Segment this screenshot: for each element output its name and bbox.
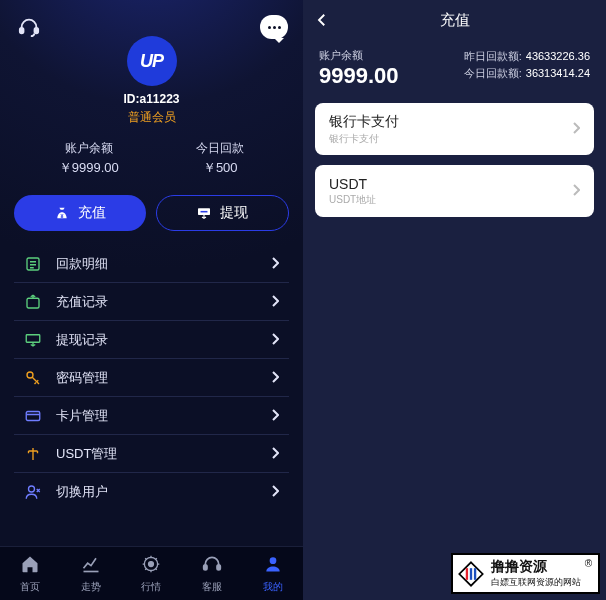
menu-item[interactable]: 充值记录 <box>14 283 289 321</box>
watermark-logo-icon <box>457 560 485 588</box>
svg-point-12 <box>149 561 154 566</box>
svg-point-8 <box>27 372 33 378</box>
chevron-left-icon <box>313 11 331 29</box>
svg-rect-7 <box>26 334 40 342</box>
profile-header: UP ID:a11223 普通会员 <box>0 36 303 126</box>
menu-item-icon <box>24 369 42 387</box>
menu-item-icon <box>24 331 42 349</box>
tab-icon <box>20 554 40 578</box>
svg-rect-1 <box>35 28 39 33</box>
watermark: 撸撸资源 白嫖互联网资源的网站 ® <box>451 553 600 594</box>
avatar: UP <box>127 36 177 86</box>
watermark-title: 撸撸资源 <box>491 558 581 576</box>
balance-value: ￥9999.00 <box>59 159 119 177</box>
tab-icon <box>141 554 161 578</box>
profile-screen: UP ID:a11223 普通会员 账户余额 ￥9999.00 今日回款 ￥50… <box>0 0 303 600</box>
tab-4[interactable]: 我的 <box>242 547 303 600</box>
chevron-right-icon <box>572 120 580 138</box>
svg-text:¥: ¥ <box>60 213 63 219</box>
tab-label: 行情 <box>141 580 161 594</box>
tab-bar: 首页走势行情客服我的 <box>0 546 303 600</box>
user-id: ID:a11223 <box>0 92 303 106</box>
menu-item-label: USDT管理 <box>56 445 271 463</box>
chevron-right-icon <box>572 182 580 200</box>
chevron-right-icon <box>271 445 279 463</box>
page-header: 充值 <box>303 0 606 40</box>
balance-label: 账户余额 <box>319 48 399 63</box>
payment-option[interactable]: 银行卡支付银行卡支付 <box>315 103 594 155</box>
menu-item[interactable]: 卡片管理 <box>14 397 289 435</box>
balance-row: 账户余额 ￥9999.00 今日回款 ￥500 <box>0 140 303 177</box>
menu-item-label: 回款明细 <box>56 255 271 273</box>
menu-item-icon <box>24 445 42 463</box>
svg-rect-17 <box>465 568 467 580</box>
menu-item-icon <box>24 407 42 425</box>
payment-options: 银行卡支付银行卡支付USDTUSDT地址 <box>303 103 606 217</box>
page-title: 充值 <box>440 11 470 30</box>
tab-icon <box>81 554 101 578</box>
recharge-label: 充值 <box>78 204 106 222</box>
chevron-right-icon <box>271 255 279 273</box>
menu-item-label: 卡片管理 <box>56 407 271 425</box>
svg-rect-0 <box>20 28 24 33</box>
recharge-screen: 充值 账户余额 9999.00 昨日回款额:43633226.36 今日回款额:… <box>303 0 606 600</box>
menu-item[interactable]: 密码管理 <box>14 359 289 397</box>
watermark-subtitle: 白嫖互联网资源的网站 <box>491 576 581 589</box>
svg-rect-14 <box>217 564 220 569</box>
menu-item-label: 提现记录 <box>56 331 271 349</box>
today-return-value: 36313414.24 <box>526 67 590 79</box>
svg-rect-4 <box>200 210 208 213</box>
payment-option[interactable]: USDTUSDT地址 <box>315 165 594 217</box>
recharge-button[interactable]: ¥ 充值 <box>14 195 146 231</box>
today-return-label: 今日回款 <box>196 140 244 157</box>
tab-icon <box>263 554 283 578</box>
menu-item-label: 密码管理 <box>56 369 271 387</box>
menu-item[interactable]: 提现记录 <box>14 321 289 359</box>
svg-rect-9 <box>26 411 40 420</box>
tab-label: 首页 <box>20 580 40 594</box>
balance-label: 账户余额 <box>59 140 119 157</box>
svg-rect-13 <box>204 564 207 569</box>
option-title: 银行卡支付 <box>329 113 572 131</box>
menu-item[interactable]: 回款明细 <box>14 245 289 283</box>
tab-1[interactable]: 走势 <box>61 547 122 600</box>
yesterday-return-value: 43633226.36 <box>526 50 590 62</box>
option-subtitle: 银行卡支付 <box>329 132 572 146</box>
tab-label: 走势 <box>81 580 101 594</box>
chevron-right-icon <box>271 407 279 425</box>
atm-icon <box>196 205 212 221</box>
tab-label: 我的 <box>263 580 283 594</box>
tab-icon <box>202 554 222 578</box>
today-return-value: ￥500 <box>196 159 244 177</box>
yesterday-return-label: 昨日回款额: <box>464 50 522 62</box>
money-bag-icon: ¥ <box>54 205 70 221</box>
withdraw-button[interactable]: 提现 <box>156 195 290 231</box>
user-tier: 普通会员 <box>0 109 303 126</box>
tab-3[interactable]: 客服 <box>182 547 243 600</box>
svg-rect-19 <box>474 568 476 580</box>
tab-0[interactable]: 首页 <box>0 547 61 600</box>
option-title: USDT <box>329 176 572 192</box>
menu-item-label: 充值记录 <box>56 293 271 311</box>
balance-value: 9999.00 <box>319 63 399 89</box>
chevron-right-icon <box>271 369 279 387</box>
menu-item-label: 切换用户 <box>56 483 271 501</box>
menu-item-icon <box>24 293 42 311</box>
headset-icon[interactable] <box>14 12 44 42</box>
tab-label: 客服 <box>202 580 222 594</box>
menu-item-icon <box>24 255 42 273</box>
chat-icon[interactable] <box>259 12 289 42</box>
chevron-right-icon <box>271 331 279 349</box>
svg-rect-18 <box>469 568 471 580</box>
menu-item[interactable]: USDT管理 <box>14 435 289 473</box>
tab-2[interactable]: 行情 <box>121 547 182 600</box>
chevron-right-icon <box>271 483 279 501</box>
svg-point-10 <box>29 486 35 492</box>
menu-item-icon <box>24 483 42 501</box>
today-return-label: 今日回款额: <box>464 67 522 79</box>
back-button[interactable] <box>313 0 331 40</box>
menu-list: 回款明细充值记录提现记录密码管理卡片管理USDT管理切换用户 <box>14 245 289 511</box>
withdraw-label: 提现 <box>220 204 248 222</box>
summary-row: 账户余额 9999.00 昨日回款额:43633226.36 今日回款额:363… <box>303 40 606 103</box>
menu-item[interactable]: 切换用户 <box>14 473 289 511</box>
